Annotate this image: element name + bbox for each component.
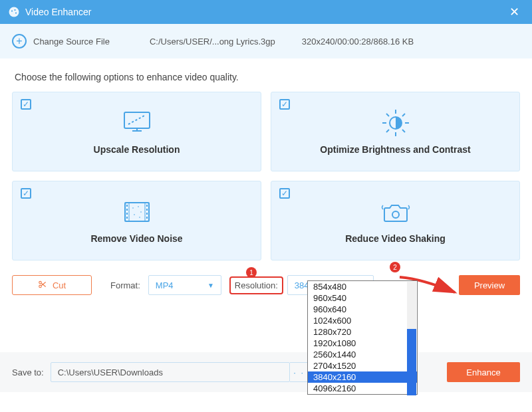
card-noise[interactable]: ✓ Remove Video Noise (12, 181, 261, 260)
svg-rect-20 (126, 205, 128, 207)
monitor-icon (122, 108, 152, 138)
dropdown-option[interactable]: 3840x2160 (308, 371, 417, 383)
svg-point-0 (9, 7, 19, 17)
save-row: Save to: C:\Users\USER\Downloads · · · E… (0, 352, 532, 392)
resolution-dropdown[interactable]: 854x480960x540960x6401024x6001280x720192… (307, 280, 418, 395)
svg-point-33 (392, 211, 399, 218)
dropdown-option[interactable]: 1920x1080 (308, 338, 417, 349)
svg-rect-26 (146, 213, 148, 215)
film-icon (121, 197, 153, 227)
format-label: Format: (100, 280, 140, 290)
format-select[interactable]: MP4 ▼ (148, 275, 221, 295)
sun-icon (381, 108, 410, 138)
svg-rect-17 (125, 203, 149, 221)
annotation-badge-1: 1 (246, 267, 257, 278)
app-title: Video Enhancer (25, 7, 504, 17)
svg-line-16 (402, 114, 405, 116)
controls-row: Cut Format: MP4 ▼ 1 Resolution: 3840x216… (0, 260, 532, 295)
dropdown-option[interactable]: 960x640 (308, 304, 417, 315)
svg-point-28 (132, 207, 134, 209)
svg-rect-21 (126, 209, 128, 211)
cut-label: Cut (53, 280, 66, 290)
svg-line-5 (128, 115, 146, 124)
instruction-text: Choose the following options to enhance … (0, 58, 532, 92)
resolution-label-highlight: Resolution: (229, 276, 283, 294)
chevron-down-icon: ▼ (207, 282, 214, 289)
svg-point-35 (39, 285, 42, 288)
resolution-label: Resolution: (235, 280, 278, 290)
card-label: Upscale Resolution (94, 144, 180, 155)
card-label: Remove Video Noise (90, 233, 182, 244)
svg-point-1 (11, 10, 13, 11)
source-bar: + Change Source File C:/Users/USER/...on… (0, 24, 532, 58)
checkbox-shaking[interactable]: ✓ (279, 188, 290, 199)
cut-button[interactable]: Cut (12, 275, 92, 295)
svg-point-31 (134, 214, 135, 215)
svg-line-15 (386, 130, 389, 132)
titlebar: Video Enhancer ✕ (0, 0, 532, 24)
checkbox-brightness[interactable]: ✓ (279, 99, 290, 110)
card-label: Reduce Video Shaking (345, 233, 446, 244)
svg-point-30 (140, 211, 142, 213)
checkbox-noise[interactable]: ✓ (21, 188, 31, 199)
preview-button[interactable]: Preview (459, 275, 520, 295)
close-icon[interactable]: ✕ (504, 5, 524, 19)
svg-point-29 (138, 206, 139, 207)
source-info: 320x240/00:00:28/868.16 KB (302, 37, 414, 47)
option-cards: ✓ Upscale Resolution ✓ Optimize Brightne… (0, 92, 532, 260)
svg-point-3 (15, 12, 17, 13)
scissors-icon (38, 280, 47, 291)
card-label: Optimize Brightness and Contrast (320, 144, 470, 155)
svg-rect-27 (146, 217, 148, 219)
svg-point-34 (39, 281, 42, 284)
dropdown-option[interactable]: 1280x720 (308, 326, 417, 338)
svg-rect-24 (146, 205, 148, 207)
palette-icon (8, 6, 20, 18)
dropdown-option[interactable]: 960x540 (308, 292, 417, 304)
save-label: Save to: (12, 367, 44, 377)
annotation-badge-2: 2 (390, 262, 400, 272)
svg-line-14 (402, 130, 405, 132)
svg-point-2 (14, 9, 15, 11)
svg-line-13 (386, 114, 389, 116)
svg-rect-22 (126, 213, 128, 215)
dropdown-option[interactable]: 4096x2160 (308, 383, 417, 394)
format-value: MP4 (156, 280, 174, 290)
checkbox-upscale[interactable]: ✓ (21, 99, 31, 110)
svg-point-32 (139, 217, 140, 218)
add-source-icon[interactable]: + (12, 34, 27, 49)
dropdown-option[interactable]: 2704x1520 (308, 360, 417, 371)
dropdown-option[interactable]: 854x480 (308, 281, 417, 292)
source-path: C:/Users/USER/...ong Lyrics.3gp (150, 37, 275, 47)
card-shaking[interactable]: ✓ Reduce Video Shaking (271, 181, 520, 260)
scrollbar-thumb[interactable] (407, 329, 416, 395)
dropdown-option[interactable]: 1024x600 (308, 315, 417, 326)
camera-icon (379, 197, 412, 227)
svg-rect-25 (146, 209, 148, 211)
svg-rect-23 (126, 217, 128, 219)
dropdown-option[interactable]: 2560x1440 (308, 349, 417, 360)
change-source-button[interactable]: Change Source File (33, 37, 110, 47)
card-brightness[interactable]: ✓ Optimize Brightness and Contrast (271, 92, 520, 171)
card-upscale[interactable]: ✓ Upscale Resolution (12, 92, 261, 171)
enhance-button[interactable]: Enhance (447, 362, 520, 382)
save-path-input[interactable]: C:\Users\USER\Downloads (51, 362, 290, 382)
